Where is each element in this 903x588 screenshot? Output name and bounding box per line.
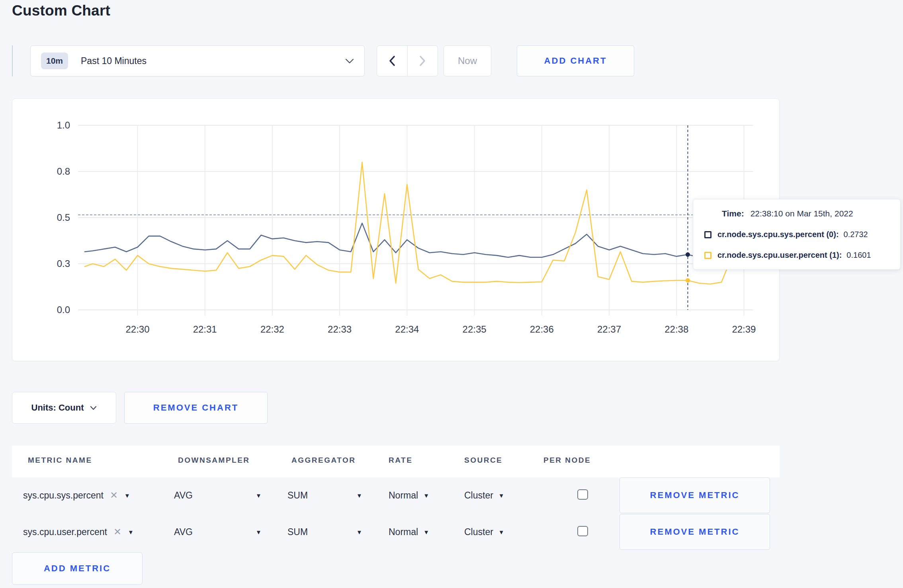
svg-text:22:36: 22:36 — [530, 324, 554, 335]
svg-text:22:37: 22:37 — [597, 324, 621, 335]
svg-text:22:32: 22:32 — [260, 324, 284, 335]
dropdown-arrow-icon: ▼ — [498, 529, 504, 535]
svg-text:22:35: 22:35 — [463, 324, 487, 335]
chevron-down-icon — [345, 58, 354, 64]
dropdown-arrow-icon[interactable]: ▼ — [356, 521, 362, 543]
tooltip-series-label: cr.node.sys.cpu.user.percent (1): — [717, 251, 842, 260]
header-metric-name: METRIC NAME — [28, 456, 92, 465]
svg-text:0.3: 0.3 — [57, 258, 70, 269]
clear-icon[interactable]: ✕ — [113, 526, 121, 537]
header-per-node: PER NODE — [543, 456, 591, 465]
metrics-table-header: METRIC NAME DOWNSAMPLER AGGREGATOR RATE … — [12, 446, 780, 477]
per-node-checkbox[interactable] — [577, 489, 588, 500]
chevron-right-icon — [419, 56, 426, 66]
dropdown-arrow-icon: ▼ — [498, 492, 504, 499]
header-source: SOURCE — [464, 456, 502, 465]
dropdown-arrow-icon[interactable]: ▼ — [124, 492, 130, 499]
dropdown-arrow-icon: ▼ — [423, 529, 429, 535]
dropdown-arrow-icon: ▼ — [423, 492, 429, 499]
source-select[interactable]: Cluster ▼ — [464, 484, 504, 506]
time-range-label: Past 10 Minutes — [81, 56, 345, 66]
downsampler-select[interactable]: AVG — [174, 484, 193, 506]
toolbar-left-rule — [12, 45, 13, 76]
svg-text:1.0: 1.0 — [57, 120, 70, 130]
next-button[interactable] — [408, 46, 438, 76]
chart-tooltip: Time: 22:38:10 on Mar 15th, 2022 cr.node… — [693, 199, 901, 270]
metric-name-select[interactable]: sys.cpu.sys.percent ✕ ▼ — [23, 484, 130, 506]
metric-name-select[interactable]: sys.cpu.user.percent ✕ ▼ — [23, 521, 134, 543]
remove-metric-button[interactable]: REMOVE METRIC — [620, 477, 770, 513]
units-label: Units: Count — [31, 403, 84, 413]
tooltip-series-row: cr.node.sys.cpu.sys.percent (0): 0.2732 — [704, 230, 889, 239]
chart-card: 22:3022:3122:3222:3322:3422:3522:3622:37… — [12, 98, 780, 361]
dropdown-arrow-icon[interactable]: ▼ — [356, 484, 362, 506]
svg-text:22:34: 22:34 — [395, 324, 419, 335]
rate-value: Normal — [389, 490, 418, 501]
dropdown-arrow-icon[interactable]: ▼ — [128, 529, 134, 535]
header-aggregator: AGGREGATOR — [291, 456, 356, 465]
aggregator-select[interactable]: SUM — [287, 484, 308, 506]
time-range-select[interactable]: 10m Past 10 Minutes — [30, 45, 365, 76]
tooltip-series-label: cr.node.sys.cpu.sys.percent (0): — [717, 230, 839, 239]
clear-icon[interactable]: ✕ — [110, 490, 118, 501]
svg-text:22:39: 22:39 — [732, 324, 756, 335]
time-range-badge: 10m — [41, 53, 68, 69]
tooltip-series-value: 0.1601 — [846, 251, 871, 260]
remove-chart-button[interactable]: REMOVE CHART — [124, 392, 268, 424]
source-value: Cluster — [464, 490, 493, 501]
now-button[interactable]: Now — [444, 45, 491, 76]
dropdown-arrow-icon[interactable]: ▼ — [256, 521, 262, 543]
chevron-left-icon — [389, 56, 395, 66]
series-swatch-user — [704, 252, 711, 259]
svg-text:0.5: 0.5 — [57, 212, 70, 223]
tooltip-series-row: cr.node.sys.cpu.user.percent (1): 0.1601 — [704, 251, 889, 260]
chevron-down-icon — [90, 406, 97, 410]
dropdown-arrow-icon[interactable]: ▼ — [256, 484, 262, 506]
header-rate: RATE — [389, 456, 412, 465]
series-swatch-sys — [704, 231, 711, 238]
svg-text:0.8: 0.8 — [57, 166, 70, 177]
add-metric-button[interactable]: ADD METRIC — [12, 552, 143, 585]
header-downsampler: DOWNSAMPLER — [178, 456, 250, 465]
metric-name-value: sys.cpu.sys.percent — [23, 490, 104, 501]
rate-select[interactable]: Normal ▼ — [389, 521, 429, 543]
source-value: Cluster — [464, 527, 493, 537]
svg-text:22:33: 22:33 — [328, 324, 352, 335]
tooltip-time-label: Time: — [722, 209, 744, 218]
page-title: Custom Chart — [12, 2, 110, 19]
svg-text:22:30: 22:30 — [125, 324, 149, 335]
svg-text:22:38: 22:38 — [665, 324, 688, 335]
prev-button[interactable] — [377, 46, 408, 76]
svg-text:0.0: 0.0 — [57, 304, 70, 315]
svg-text:22:31: 22:31 — [193, 324, 217, 335]
tooltip-series-value: 0.2732 — [844, 230, 868, 239]
downsampler-select[interactable]: AVG — [174, 521, 193, 543]
aggregator-select[interactable]: SUM — [287, 521, 308, 543]
per-node-checkbox[interactable] — [577, 526, 588, 536]
units-select[interactable]: Units: Count — [12, 392, 116, 424]
add-chart-button[interactable]: ADD CHART — [517, 45, 634, 76]
rate-select[interactable]: Normal ▼ — [389, 484, 429, 506]
rate-value: Normal — [389, 527, 418, 537]
source-select[interactable]: Cluster ▼ — [464, 521, 504, 543]
metric-name-value: sys.cpu.user.percent — [23, 527, 107, 537]
time-nav-group — [377, 45, 438, 76]
chart-plot[interactable]: 22:3022:3122:3222:3322:3422:3522:3622:37… — [12, 99, 780, 362]
tooltip-time-value: 22:38:10 on Mar 15th, 2022 — [751, 209, 853, 218]
tooltip-time-row: Time: 22:38:10 on Mar 15th, 2022 — [722, 209, 889, 218]
remove-metric-button[interactable]: REMOVE METRIC — [620, 514, 770, 550]
